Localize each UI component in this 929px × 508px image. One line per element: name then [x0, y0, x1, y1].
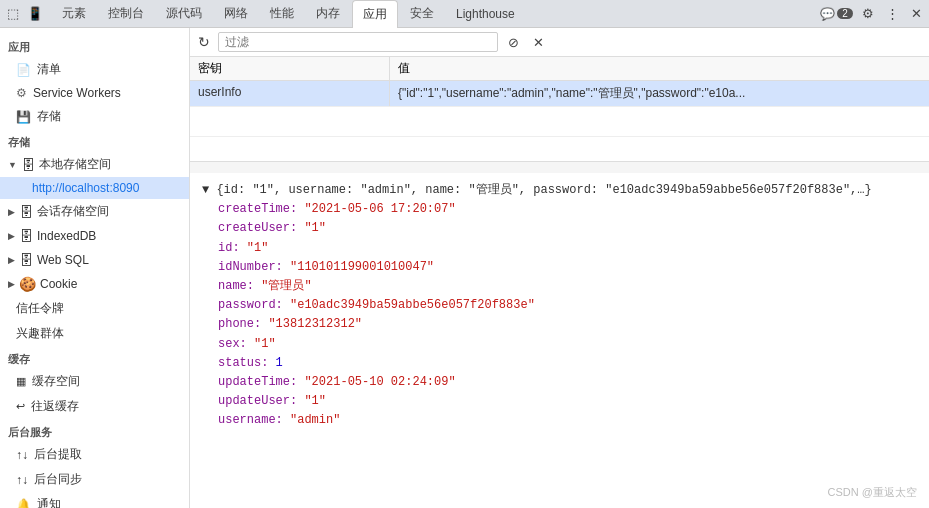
json-field-line: username: "admin": [202, 411, 917, 430]
table-row[interactable]: userInfo {"id":"1","username":"admin","n…: [190, 81, 929, 107]
sidebar: 应用 📄 清单 ⚙ Service Workers 💾 存储 存储 ▼ 🗄 本地…: [0, 28, 190, 508]
indexeddb-expand-icon: ▶: [8, 231, 15, 241]
tab-application[interactable]: 应用: [352, 0, 398, 28]
background-fetch-label: 后台提取: [34, 446, 82, 463]
json-key: sex:: [218, 337, 254, 351]
message-badge: 2: [837, 8, 853, 19]
horizontal-scrollbar[interactable]: [190, 161, 929, 173]
indexeddb-label: IndexedDB: [37, 229, 96, 243]
fetch-icon: ↑↓: [16, 448, 28, 462]
sidebar-group-cookie[interactable]: ▶ 🍪 Cookie: [0, 272, 189, 296]
websql-expand-icon: ▶: [8, 255, 15, 265]
json-value: "1": [304, 221, 326, 235]
json-field-line: phone: "13812312312": [202, 315, 917, 334]
sidebar-group-session-storage[interactable]: ▶ 🗄 会话存储空间: [0, 199, 189, 224]
json-value: "1": [304, 394, 326, 408]
sidebar-item-back-forward-cache[interactable]: ↩ 往返缓存: [0, 394, 189, 419]
more-icon[interactable]: ⋮: [883, 5, 901, 23]
sidebar-item-manifest[interactable]: 📄 清单: [0, 57, 189, 82]
tab-sources[interactable]: 源代码: [156, 0, 212, 28]
table-header: 密钥 值: [190, 57, 929, 81]
sidebar-item-cache-storage[interactable]: ▦ 缓存空间: [0, 369, 189, 394]
json-field-line: status: 1: [202, 354, 917, 373]
json-field-line: createTime: "2021-05-06 17:20:07": [202, 200, 917, 219]
sidebar-item-background-sync[interactable]: ↑↓ 后台同步: [0, 467, 189, 492]
sidebar-item-notifications[interactable]: 🔔 通知: [0, 492, 189, 508]
websql-label: Web SQL: [37, 253, 89, 267]
inspect-icon[interactable]: ⬚: [4, 5, 22, 23]
sidebar-item-trust-token[interactable]: 信任令牌: [0, 296, 189, 321]
sidebar-group-indexeddb[interactable]: ▶ 🗄 IndexedDB: [0, 224, 189, 248]
json-value: 1: [276, 356, 283, 370]
filter-clear-icon[interactable]: ⊘: [504, 33, 523, 52]
session-db-icon: 🗄: [19, 204, 33, 220]
tab-performance[interactable]: 性能: [260, 0, 304, 28]
filter-bar: ↻ ⊘ ✕: [190, 28, 929, 57]
service-workers-icon: ⚙: [16, 86, 27, 100]
json-value: "110101199001010047": [290, 260, 434, 274]
table-row-empty2: [190, 137, 929, 161]
json-key: name:: [218, 279, 261, 293]
json-field-line: updateTime: "2021-05-10 02:24:09": [202, 373, 917, 392]
refresh-button[interactable]: ↻: [196, 32, 212, 52]
json-field-line: updateUser: "1": [202, 392, 917, 411]
cookie-expand-icon: ▶: [8, 279, 15, 289]
json-key: username:: [218, 413, 290, 427]
json-key: updateTime:: [218, 375, 304, 389]
device-icon[interactable]: 📱: [26, 5, 44, 23]
json-value: "1": [254, 337, 276, 351]
sidebar-item-background-fetch[interactable]: ↑↓ 后台提取: [0, 442, 189, 467]
indexeddb-icon: 🗄: [19, 228, 33, 244]
json-value: "2021-05-06 17:20:07": [304, 202, 455, 216]
message-badge-container: 💬 2: [820, 7, 853, 21]
sidebar-group-websql[interactable]: ▶ 🗄 Web SQL: [0, 248, 189, 272]
json-field-line: password: "e10adc3949ba59abbe56e057f20f8…: [202, 296, 917, 315]
top-bar-right: 💬 2 ⚙ ⋮ ✕: [820, 5, 925, 23]
storage-icon: 💾: [16, 110, 31, 124]
json-key: createUser:: [218, 221, 304, 235]
json-value: "1": [247, 241, 269, 255]
interest-group-label: 兴趣群体: [16, 325, 64, 342]
sidebar-item-service-workers-label: Service Workers: [33, 86, 121, 100]
json-key: createTime:: [218, 202, 304, 216]
trust-token-label: 信任令牌: [16, 300, 64, 317]
close-icon[interactable]: ✕: [907, 5, 925, 23]
cell-key: userInfo: [190, 81, 390, 106]
sidebar-group-local-storage[interactable]: ▼ 🗄 本地存储空间: [0, 152, 189, 177]
sidebar-item-service-workers[interactable]: ⚙ Service Workers: [0, 82, 189, 104]
json-key: phone:: [218, 317, 268, 331]
json-value: "2021-05-10 02:24:09": [304, 375, 455, 389]
cell-val: {"id":"1","username":"admin","name":"管理员…: [390, 81, 929, 106]
session-storage-label: 会话存储空间: [37, 203, 109, 220]
tab-elements[interactable]: 元素: [52, 0, 96, 28]
sidebar-item-localhost[interactable]: http://localhost:8090: [0, 177, 189, 199]
json-field-line: createUser: "1": [202, 219, 917, 238]
json-key: updateUser:: [218, 394, 304, 408]
json-field-line: id: "1": [202, 239, 917, 258]
filter-input[interactable]: [218, 32, 498, 52]
filter-close-icon[interactable]: ✕: [529, 33, 548, 52]
tab-security[interactable]: 安全: [400, 0, 444, 28]
sidebar-item-interest-group[interactable]: 兴趣群体: [0, 321, 189, 346]
json-field-line: idNumber: "110101199001010047": [202, 258, 917, 277]
notifications-icon: 🔔: [16, 498, 31, 509]
sidebar-section-app: 应用: [0, 34, 189, 57]
json-value: "e10adc3949ba59abbe56e057f20f883e": [290, 298, 535, 312]
json-value: "管理员": [261, 279, 311, 293]
tab-memory[interactable]: 内存: [306, 0, 350, 28]
json-field-line: sex: "1": [202, 335, 917, 354]
sidebar-section-storage: 存储: [0, 129, 189, 152]
tab-console[interactable]: 控制台: [98, 0, 154, 28]
tab-lighthouse[interactable]: Lighthouse: [446, 0, 525, 28]
table-row-empty: [190, 107, 929, 137]
sidebar-item-storage[interactable]: 💾 存储: [0, 104, 189, 129]
json-value: "admin": [290, 413, 340, 427]
settings-icon[interactable]: ⚙: [859, 5, 877, 23]
collapse-icon: ▶: [8, 207, 15, 217]
message-icon: 💬: [820, 7, 835, 21]
db-icon: 🗄: [21, 157, 35, 173]
tab-network[interactable]: 网络: [214, 0, 258, 28]
background-sync-label: 后台同步: [34, 471, 82, 488]
local-storage-label: 本地存储空间: [39, 156, 111, 173]
cookie-icon: 🍪: [19, 276, 36, 292]
